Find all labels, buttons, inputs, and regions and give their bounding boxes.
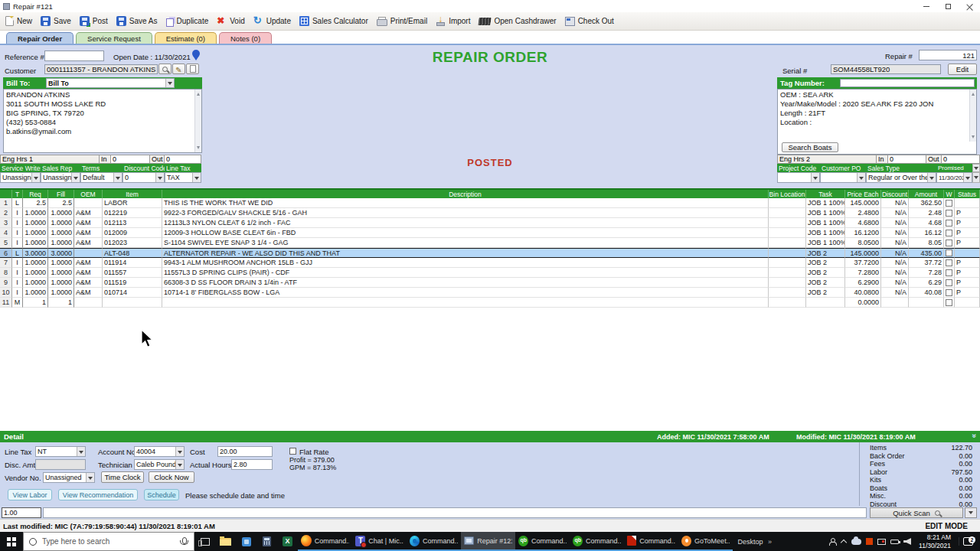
repair-number-input[interactable]: 121 xyxy=(919,50,977,60)
save-as-button[interactable]: Save As xyxy=(113,13,163,30)
boat-info-box[interactable]: OEM : SEA ARKYear/Make/Model : 2020 SEA … xyxy=(777,89,977,155)
header-select[interactable]: Regular or Over the C xyxy=(866,172,936,183)
post-button[interactable]: Post xyxy=(77,13,113,30)
warranty-checkbox[interactable] xyxy=(946,249,952,256)
people-icon[interactable] xyxy=(828,538,836,546)
taskbar-app-command[interactable]: Command... xyxy=(407,532,461,551)
time-clock-button[interactable]: Time Clock xyxy=(101,471,144,483)
header-select[interactable]: 11/30/2021 xyxy=(936,172,972,183)
taskbar-app-pdf[interactable]: Command... xyxy=(624,532,678,551)
view-labor-button[interactable]: View Labor xyxy=(8,489,52,500)
table-row[interactable]: 1 L 2.5 2.5 LABOR THIS IS THE WORK THAT … xyxy=(0,198,980,208)
cell-rownum[interactable]: 6 xyxy=(0,248,12,258)
eng-hrs-1-in-input[interactable]: 0 xyxy=(111,155,150,164)
disc-amt-input[interactable] xyxy=(35,459,86,470)
technician-select[interactable]: Caleb Pounds xyxy=(134,459,185,470)
warranty-checkbox[interactable] xyxy=(946,289,952,296)
header-select[interactable]: Unassigned xyxy=(41,172,80,183)
header-select[interactable]: Default xyxy=(80,172,122,183)
warranty-checkbox[interactable] xyxy=(946,299,952,306)
header-select[interactable] xyxy=(777,172,820,183)
taskbar-app-quickbooks2[interactable]: Command... xyxy=(570,532,624,551)
table-row[interactable]: 8 I 1.0000 1.0000 A&M 011557 11557L3 D S… xyxy=(0,268,980,278)
excel-button[interactable] xyxy=(277,532,298,551)
header-select[interactable]: 0 xyxy=(122,172,165,183)
customer-notes-button[interactable] xyxy=(186,64,199,74)
account-no-select[interactable]: 40004 xyxy=(134,446,185,457)
warranty-checkbox[interactable] xyxy=(946,210,952,217)
strip-scroll-button[interactable] xyxy=(972,164,980,172)
warranty-checkbox[interactable] xyxy=(946,220,952,227)
eng-hrs-2-in-input[interactable]: 0 xyxy=(888,155,926,164)
quick-scan-button[interactable]: Quick Scan xyxy=(870,507,963,518)
new-button[interactable]: New xyxy=(2,13,38,30)
customer-edit-button[interactable] xyxy=(172,64,185,74)
cell-rownum[interactable]: 1 xyxy=(0,198,12,208)
task-view-button[interactable] xyxy=(194,532,215,551)
tab-notes[interactable]: Notes (0) xyxy=(219,32,272,44)
table-row[interactable]: 4 I 1.0000 1.0000 A&M 012009 12009-3 HOL… xyxy=(0,228,980,238)
toolbar-overflow-chevron[interactable]: » xyxy=(768,532,777,551)
cell-rownum[interactable]: 9 xyxy=(0,278,12,288)
save-button[interactable]: Save xyxy=(38,13,77,30)
clock[interactable]: 8:21 AM 11/30/2021 xyxy=(916,533,954,549)
calculator-button[interactable] xyxy=(256,532,277,551)
search-boats-button[interactable]: Search Boats xyxy=(782,142,838,152)
cell-rownum[interactable]: 11 xyxy=(0,298,12,308)
address-scrollbar[interactable] xyxy=(194,90,201,152)
close-button[interactable] xyxy=(959,0,980,12)
view-recommendation-button[interactable]: View Recommendation xyxy=(58,489,138,500)
table-row[interactable]: 10 I 1.0000 1.0000 A&M 010714 10714-1 8'… xyxy=(0,288,980,298)
header-select[interactable] xyxy=(820,172,866,183)
table-row[interactable]: 11 M 1 1 0.0000 xyxy=(0,298,980,308)
table-row[interactable]: 3 I 1.0000 1.0000 A&M 012113 12113L3 NYL… xyxy=(0,218,980,228)
warranty-checkbox[interactable] xyxy=(946,200,952,207)
display-icon[interactable] xyxy=(877,539,886,545)
cell-rownum[interactable]: 8 xyxy=(0,268,12,278)
taskbar-app-gotomeeting[interactable]: GoToMeet... xyxy=(678,532,733,551)
warranty-checkbox[interactable] xyxy=(946,259,952,266)
customer-input[interactable]: 0001111357 - BRANDON ATKINS xyxy=(44,64,158,74)
actual-hours-input[interactable]: 2.80 xyxy=(231,459,273,470)
sales-calculator-button[interactable]: Sales Calculator xyxy=(296,13,374,30)
schedule-button[interactable]: Schedule xyxy=(144,489,179,500)
bill-to-select[interactable]: Bill To xyxy=(46,78,175,88)
tab-estimate[interactable]: Estimate (0) xyxy=(155,32,217,44)
collapse-chevron-icon[interactable]: » xyxy=(971,434,979,439)
serial-number-input[interactable]: SOM44558LT920 xyxy=(831,64,941,74)
header-select[interactable]: Unassigned xyxy=(0,172,41,183)
cost-input[interactable]: 20.00 xyxy=(217,446,273,457)
eng-hrs-2-out-input[interactable]: 0 xyxy=(942,155,980,164)
open-cashdrawer-button[interactable]: Open Cashdrawer xyxy=(475,13,561,30)
quick-scan-dropdown[interactable] xyxy=(965,507,977,518)
speaker-icon[interactable] xyxy=(903,538,911,545)
eng-hrs-1-out-input[interactable]: 0 xyxy=(165,155,201,164)
cell-rownum[interactable]: 7 xyxy=(0,258,12,268)
tab-repair-order[interactable]: Repair Order xyxy=(6,32,74,44)
taskbar-app-quickbooks1[interactable]: Command... xyxy=(515,532,570,551)
vendor-no-select[interactable]: Unassigned xyxy=(43,472,95,483)
table-row[interactable]: 2 I 1.0000 1.0000 A&M 012219 9922-3 FORG… xyxy=(0,208,980,218)
flat-rate-checkbox[interactable] xyxy=(289,448,296,455)
desktop-button[interactable]: Desktop xyxy=(733,532,768,551)
taskbar-search[interactable] xyxy=(23,532,194,551)
strip-scroll-button[interactable] xyxy=(972,172,980,183)
minimize-button[interactable] xyxy=(916,0,937,12)
tray-app-icon[interactable] xyxy=(866,538,873,545)
billing-address-box[interactable]: BRANDON ATKINS3011 SOUTH MOSS LAKE RDBIG… xyxy=(3,89,202,153)
cell-rownum[interactable]: 5 xyxy=(0,238,12,248)
tag-number-input[interactable] xyxy=(840,79,975,87)
taskbar-app-firefox[interactable]: Command... xyxy=(298,532,352,551)
check-out-button[interactable]: Check Out xyxy=(562,13,619,30)
print-email-button[interactable]: Print/Email xyxy=(374,13,433,30)
microphone-icon[interactable] xyxy=(180,537,188,546)
file-explorer-button[interactable] xyxy=(215,532,236,551)
reference-input[interactable] xyxy=(44,51,104,61)
duplicate-button[interactable]: Duplicate xyxy=(163,13,214,30)
line-tax-select[interactable]: NT xyxy=(35,446,86,457)
warranty-checkbox[interactable] xyxy=(946,269,952,276)
customer-search-button[interactable] xyxy=(158,64,172,74)
table-row[interactable]: 6 L 3.0000 3.0000 ALT-048 ALTERNATOR REP… xyxy=(0,248,980,258)
cell-rownum[interactable]: 2 xyxy=(0,208,12,218)
warranty-checkbox[interactable] xyxy=(946,279,952,286)
